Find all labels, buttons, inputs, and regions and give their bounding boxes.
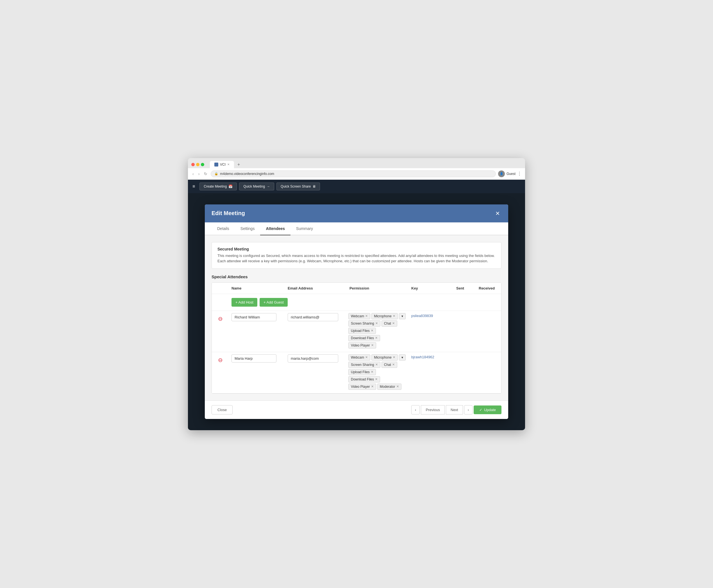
remove-btn-2[interactable]: ⊖ xyxy=(215,354,226,365)
back-btn[interactable]: ‹ xyxy=(191,171,195,176)
remove-moderator-2[interactable]: ✕ xyxy=(396,385,399,388)
forward-btn[interactable]: › xyxy=(197,171,201,176)
quick-screen-share-label: Quick Screen Share xyxy=(281,185,311,188)
add-guest-label: + Add Guest xyxy=(264,300,284,304)
table-row: ⊖ Webcam xyxy=(212,352,501,393)
close-btn[interactable]: Close xyxy=(211,405,232,415)
perm-tag-moderator-2: Moderator ✕ xyxy=(377,383,402,390)
email-input-1[interactable] xyxy=(288,313,338,321)
add-buttons-cell: + Add Host + Add Guest xyxy=(229,295,347,310)
app-toolbar: ≡ Create Meeting 📅 Quick Meeting → Quick… xyxy=(188,180,525,193)
modal-header: Edit Meeting ✕ xyxy=(205,205,508,223)
user-label: Guest xyxy=(507,172,515,176)
remove-videoplayer-1[interactable]: ✕ xyxy=(371,343,374,347)
key-link-1[interactable]: psliea839839 xyxy=(411,314,433,318)
table-row: ⊖ Webcam xyxy=(212,311,501,352)
hamburger-icon[interactable]: ≡ xyxy=(192,184,195,189)
add-guest-btn[interactable]: + Add Guest xyxy=(260,298,288,307)
remove-videoplayer-2[interactable]: ✕ xyxy=(371,385,374,388)
perm-tag-chat-2: Chat ✕ xyxy=(382,362,397,368)
modal-close-btn[interactable]: ✕ xyxy=(494,209,502,217)
remove-downloadfiles-2[interactable]: ✕ xyxy=(375,377,378,381)
create-meeting-btn[interactable]: Create Meeting 📅 xyxy=(200,183,237,190)
maximize-dot[interactable] xyxy=(201,163,204,166)
address-bar[interactable]: 🔒 m4demo.videoconferencinginfo.com xyxy=(211,170,496,177)
secured-notice: Secured Meeting This meeting is configur… xyxy=(211,242,502,269)
th-permission: Permission xyxy=(347,283,408,294)
perm-tag-screensharing-2: Screen Sharing ✕ xyxy=(348,362,380,368)
remove-webcam-2[interactable]: ✕ xyxy=(365,356,368,359)
email-input-2[interactable] xyxy=(288,354,338,362)
prev-arrow-btn[interactable]: ‹ xyxy=(411,405,420,415)
app-content: ≡ Create Meeting 📅 Quick Meeting → Quick… xyxy=(188,180,525,430)
permission-cell-1: Webcam ✕ Microphone ✕ ▾ xyxy=(347,311,408,352)
quick-screen-share-btn[interactable]: Quick Screen Share 🖥 xyxy=(277,183,320,190)
new-tab-btn[interactable]: + xyxy=(235,161,242,168)
modal-footer: Close ‹ Previous Next › ✓ Update xyxy=(205,400,508,419)
secured-desc: This meeting is configured as Secured, w… xyxy=(218,253,495,264)
remove-btn-1[interactable]: ⊖ xyxy=(215,313,226,324)
remove-chat-1[interactable]: ✕ xyxy=(392,321,395,325)
browser-tab-vci[interactable]: VCI ✕ xyxy=(210,161,234,168)
th-empty xyxy=(212,283,229,294)
remove-webcam-1[interactable]: ✕ xyxy=(365,314,368,318)
perm-tag-downloadfiles-1: Download Files ✕ xyxy=(348,335,380,341)
reload-btn[interactable]: ↻ xyxy=(203,171,208,176)
perm-tag-chat-1: Chat ✕ xyxy=(382,320,397,327)
remove-microphone-1[interactable]: ✕ xyxy=(393,314,395,318)
tab-summary[interactable]: Summary xyxy=(290,223,319,235)
remove-microphone-2[interactable]: ✕ xyxy=(393,356,395,359)
th-email: Email Address xyxy=(285,283,347,294)
name-input-1[interactable] xyxy=(231,313,277,321)
perm-tag-microphone-2: Microphone ✕ xyxy=(371,354,398,360)
tab-settings[interactable]: Settings xyxy=(235,223,260,235)
perm-tag-uploadfiles-2: Upload Files ✕ xyxy=(348,369,376,375)
remove-downloadfiles-1[interactable]: ✕ xyxy=(375,336,378,340)
section-title: Special Attendees xyxy=(211,274,502,279)
name-input-2[interactable] xyxy=(231,354,277,362)
next-arrow-btn[interactable]: › xyxy=(464,405,472,415)
perm-tag-webcam-2: Webcam ✕ xyxy=(348,354,370,360)
remove-chat-2[interactable]: ✕ xyxy=(392,363,395,366)
th-name: Name xyxy=(229,283,285,294)
tab-details[interactable]: Details xyxy=(211,223,235,235)
tab-attendees[interactable]: Attendees xyxy=(260,223,290,235)
close-dot[interactable] xyxy=(191,163,195,166)
quick-meeting-btn[interactable]: Quick Meeting → xyxy=(239,183,274,190)
key-cell-1: psliea839839 xyxy=(408,311,453,352)
update-btn[interactable]: ✓ Update xyxy=(474,405,502,414)
calendar-icon: 📅 xyxy=(228,185,232,188)
minimize-dot[interactable] xyxy=(196,163,200,166)
user-avatar: 👤 xyxy=(498,170,505,177)
sent-cell-1 xyxy=(453,311,476,352)
browser-titlebar: VCI ✕ + xyxy=(188,158,525,168)
screen-icon: 🖥 xyxy=(312,185,316,188)
perm-dropdown-2[interactable]: ▾ xyxy=(399,354,406,360)
url-text: m4demo.videoconferencinginfo.com xyxy=(220,172,274,176)
add-host-btn[interactable]: + Add Host xyxy=(231,298,257,307)
th-key: Key xyxy=(408,283,453,294)
browser-menu-icon[interactable]: ⋮ xyxy=(517,171,522,176)
update-label: Update xyxy=(484,408,496,412)
previous-btn[interactable]: Previous xyxy=(421,405,445,415)
perm-dropdown-1[interactable]: ▾ xyxy=(399,313,406,319)
remove-uploadfiles-1[interactable]: ✕ xyxy=(371,329,373,333)
received-cell-2 xyxy=(476,352,501,393)
add-buttons-row: + Add Host + Add Guest xyxy=(212,294,501,311)
name-cell-2 xyxy=(229,352,285,393)
remove-uploadfiles-2[interactable]: ✕ xyxy=(371,370,373,374)
navigation-buttons: ‹ Previous Next › ✓ Update xyxy=(411,405,502,415)
remove-cell-2: ⊖ xyxy=(212,352,229,393)
tab-close-btn[interactable]: ✕ xyxy=(227,163,229,166)
add-host-label: + Add Host xyxy=(236,300,253,304)
update-checkmark: ✓ xyxy=(479,408,482,412)
next-btn[interactable]: Next xyxy=(446,405,463,415)
tab-label: VCI xyxy=(220,163,226,167)
remove-screensharing-2[interactable]: ✕ xyxy=(375,363,378,366)
perm-tag-webcam-1: Webcam ✕ xyxy=(348,313,370,319)
perm-tag-uploadfiles-1: Upload Files ✕ xyxy=(348,328,376,334)
td-empty-1 xyxy=(212,300,229,304)
remove-screensharing-1[interactable]: ✕ xyxy=(375,321,378,325)
browser-window: VCI ✕ + ‹ › ↻ 🔒 m4demo.videoconferencing… xyxy=(188,158,525,430)
key-link-2[interactable]: bjrawh184962 xyxy=(411,355,434,359)
